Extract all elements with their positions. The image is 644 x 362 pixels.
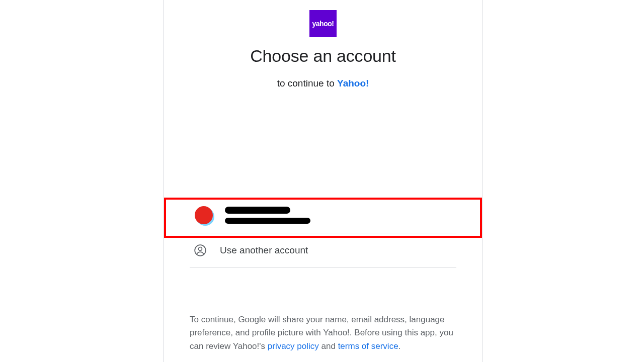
yahoo-logo-text: yahoo: [312, 20, 334, 28]
continue-to-link[interactable]: Yahoo!: [337, 78, 369, 88]
account-display-name: [225, 207, 290, 214]
disclosure-between: and: [319, 341, 338, 351]
sharing-disclosure: To continue, Google will share your name…: [190, 313, 456, 353]
person-icon: [194, 244, 207, 257]
avatar: [195, 206, 213, 224]
terms-of-service-link[interactable]: terms of service: [338, 341, 398, 351]
account-identity: [225, 207, 310, 224]
svg-point-1: [199, 247, 202, 251]
use-another-account-label: Use another account: [220, 245, 308, 256]
account-list: Use another account: [190, 198, 456, 268]
account-row[interactable]: [190, 198, 456, 233]
page-title: Choose an account: [164, 46, 482, 66]
subtitle-prefix: to continue to: [277, 78, 337, 88]
disclosure-suffix: .: [398, 341, 401, 351]
privacy-policy-link[interactable]: privacy policy: [268, 341, 319, 351]
yahoo-logo-icon: yahoo: [309, 10, 337, 37]
account-chooser-card: yahoo Choose an account to continue to Y…: [163, 0, 483, 362]
page-subtitle: to continue to Yahoo!: [164, 78, 482, 89]
account-email: [225, 218, 310, 224]
divider: [190, 267, 456, 268]
use-another-account[interactable]: Use another account: [190, 233, 456, 267]
